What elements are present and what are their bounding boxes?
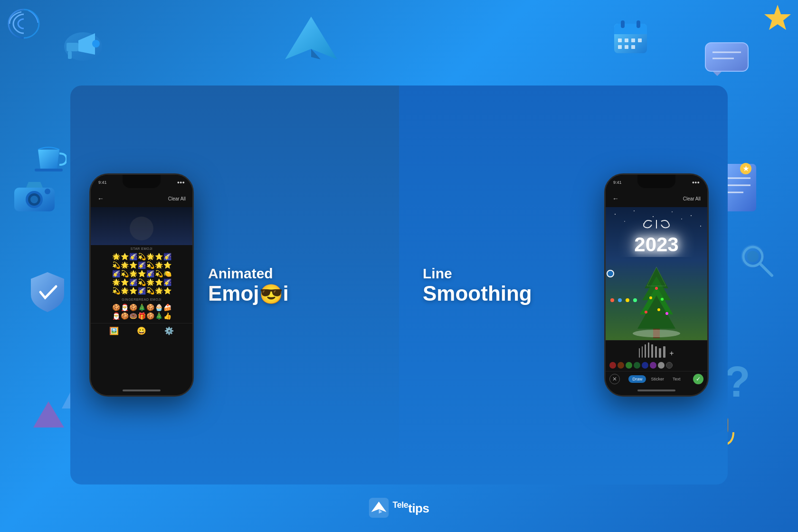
back-button-left[interactable]: ← — [97, 195, 104, 202]
svg-rect-23 — [35, 169, 63, 171]
svg-point-63 — [661, 298, 664, 301]
status-icons-right: ●●● — [692, 180, 700, 185]
confirm-draw-button[interactable]: ✓ — [693, 374, 703, 384]
tab-buttons: Draw Sticker Text — [628, 375, 684, 383]
svg-point-27 — [30, 196, 38, 203]
svg-marker-44 — [33, 401, 64, 428]
draw-tab[interactable]: Draw — [628, 375, 646, 383]
left-panel: 9:41 ●●● ← Clear All STAR EMOJI — [70, 86, 399, 484]
gingerbread-emoji: 🍪 — [121, 312, 129, 320]
telegram-arrow-icon — [280, 12, 342, 69]
gingerbread-emoji: 🎁 — [138, 312, 146, 320]
right-panel: Line Smoothing 9:41 ●●● ← Clear All — [399, 86, 728, 484]
svg-rect-9 — [621, 20, 625, 28]
emoji-cell: 💫 — [112, 261, 120, 269]
tips-text: tips — [408, 501, 429, 515]
svg-line-37 — [761, 265, 772, 276]
svg-point-64 — [645, 311, 647, 314]
gingerbread-grid: 🍪 🎅 🍪 🎄 🍪 🧁 🍰 🎅 🍪 🍩 🎁 🍪 — [91, 302, 192, 321]
color-brown[interactable] — [618, 362, 624, 369]
add-brush-button[interactable]: + — [669, 349, 674, 358]
tele-text: Tele — [393, 500, 408, 510]
clear-all-right[interactable]: Clear All — [683, 196, 701, 201]
svg-point-38 — [747, 251, 759, 262]
emoji-cell: 🌟 — [121, 261, 129, 269]
gingerbread-emoji: 🍪 — [112, 304, 120, 311]
svg-point-48 — [672, 211, 673, 212]
color-black[interactable] — [666, 362, 673, 369]
toolbar-right: ← Clear All — [606, 190, 707, 207]
main-content: 9:41 ●●● ← Clear All STAR EMOJI — [70, 86, 728, 484]
color-dots-overlay — [610, 298, 637, 302]
home-indicator-right — [637, 390, 675, 391]
logo-text-full: Teletips — [393, 500, 429, 516]
color-darkgreen[interactable] — [634, 362, 640, 369]
emoji-circle-bg — [130, 217, 153, 240]
color-red[interactable] — [609, 362, 616, 369]
gingerbread-emoji: 🎄 — [155, 312, 163, 320]
nav-icon-1[interactable]: 🖼️ — [109, 326, 119, 335]
svg-rect-20 — [705, 43, 748, 71]
emoji-header-area — [91, 207, 192, 245]
brush-2[interactable] — [642, 346, 643, 358]
phone-right: 9:41 ●●● ← Clear All — [604, 173, 709, 397]
emoji-cell: 💫 — [146, 287, 154, 294]
svg-point-67 — [633, 330, 680, 337]
color-green[interactable] — [626, 362, 632, 369]
brush-1[interactable] — [639, 348, 640, 358]
svg-rect-16 — [625, 45, 628, 49]
nav-icon-2[interactable]: 😀 — [137, 326, 146, 335]
emoji-cell: 🌠 — [129, 278, 137, 286]
camera-icon — [12, 178, 57, 214]
text-tab[interactable]: Text — [669, 375, 684, 383]
emoji-row-4: 🌟 ⭐ 🌠 💫 🌟 ⭐ 🌠 — [93, 278, 190, 286]
color-gray[interactable] — [658, 362, 665, 369]
emoji-cell: 🌠 — [163, 253, 171, 260]
megaphone-icon — [62, 28, 104, 64]
gingerbread-emoji: 🧁 — [155, 304, 163, 311]
svg-point-36 — [743, 247, 762, 266]
sticker-tab[interactable]: Sticker — [647, 375, 668, 383]
color-blue[interactable] — [642, 362, 648, 369]
clear-all-left[interactable]: Clear All — [168, 196, 186, 201]
fingerprint-icon — [5, 5, 43, 43]
brush-3[interactable] — [645, 344, 646, 358]
svg-point-33 — [740, 163, 751, 174]
svg-point-66 — [665, 312, 668, 315]
back-button-right[interactable]: ← — [612, 195, 619, 202]
status-icons-left: ●●● — [177, 180, 185, 185]
nav-icon-3[interactable]: ⚙️ — [164, 326, 174, 335]
brush-5[interactable] — [651, 344, 653, 358]
star-emoji-label: STAR EMOJI — [91, 245, 192, 251]
svg-rect-13 — [631, 38, 635, 42]
emoji-cell: ⭐ — [129, 261, 137, 269]
phone-bottom-nav-left: 🖼️ 😀 ⚙️ — [91, 323, 192, 338]
cancel-draw-button[interactable]: ✕ — [609, 374, 620, 384]
line-label: Line — [423, 265, 604, 282]
emoji-cell: 🌟 — [155, 261, 163, 269]
color-purple[interactable] — [650, 362, 656, 369]
status-time-right: 9:41 — [613, 180, 622, 185]
brush-6[interactable] — [655, 346, 657, 358]
right-feature-text: Line Smoothing — [408, 265, 604, 305]
gingerbread-emoji: 🍩 — [129, 312, 137, 320]
shield-icon — [24, 268, 71, 316]
search-magnify-icon — [736, 240, 777, 280]
emoji-cell: ⭐ — [163, 261, 171, 269]
gingerbread-emoji: 🎅 — [121, 304, 129, 311]
svg-point-46 — [634, 210, 635, 211]
phone-notch-right — [637, 175, 675, 188]
brush-8[interactable] — [663, 346, 665, 358]
emoji-cell: 💫 — [121, 270, 129, 277]
brush-7[interactable] — [659, 348, 661, 358]
emoji-cell: 💫 — [112, 287, 120, 294]
emoji-cell: ⭐ — [155, 253, 163, 260]
calendar-icon — [610, 17, 651, 57]
triangle-purple-icon — [31, 399, 66, 430]
toggle-circle[interactable] — [607, 270, 614, 277]
emoji-cell: ⭐ — [129, 287, 137, 294]
brush-4[interactable] — [648, 342, 649, 358]
emoji-cell: 🌟 — [112, 253, 120, 260]
emoji-cell: 💫 — [146, 261, 154, 269]
star-icon — [762, 2, 793, 33]
